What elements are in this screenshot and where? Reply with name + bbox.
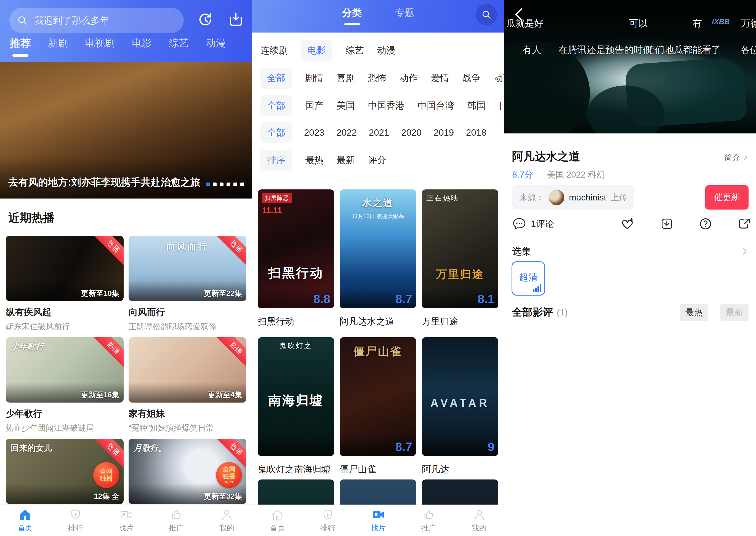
- tab-category[interactable]: 分类: [342, 6, 362, 25]
- danmaku-text: 有人: [522, 44, 541, 56]
- ranking-icon: [69, 508, 82, 521]
- tab-new-drama[interactable]: 新剧: [48, 36, 68, 50]
- card-subtitle: 靳东宋佳破风前行: [6, 321, 124, 332]
- tab-topics[interactable]: 专题: [395, 6, 415, 25]
- nav-find[interactable]: 找片: [101, 505, 151, 536]
- movie-title: 鬼吹灯之南海归墟: [258, 463, 334, 476]
- thumb-up-icon: [422, 508, 435, 521]
- filter-genre[interactable]: 剧情: [305, 72, 323, 84]
- nav-ranking[interactable]: 排行: [51, 505, 101, 536]
- rating-badge: 8.8: [313, 292, 330, 306]
- filter-anime[interactable]: 动漫: [377, 44, 395, 57]
- filter-region[interactable]: 国产: [305, 100, 323, 112]
- episode-quality-card[interactable]: 超清: [512, 261, 545, 296]
- request-update-button[interactable]: 催更新: [705, 185, 748, 210]
- sort-label[interactable]: 排序: [261, 150, 292, 171]
- filter-series[interactable]: 连续剧: [261, 44, 288, 57]
- sort-hottest[interactable]: 最热: [305, 154, 323, 167]
- movie-card[interactable]: 水之道 12月16日 震撼大银幕 8.7 阿凡达水之道: [340, 189, 416, 328]
- nav-home[interactable]: 首页: [252, 505, 303, 536]
- filter-year[interactable]: 2021: [369, 127, 389, 138]
- reviews-title: 全部影评: [512, 306, 553, 319]
- tab-variety[interactable]: 综艺: [169, 36, 189, 50]
- poster-art-text: 扫黑除恶: [262, 193, 292, 203]
- tab-recommend[interactable]: 推荐: [10, 36, 31, 57]
- filter-genre[interactable]: 恐怖: [368, 72, 386, 84]
- nav-home[interactable]: 首页: [0, 505, 51, 536]
- uploader-name: machinist: [569, 192, 606, 203]
- uploader-avatar: [549, 189, 564, 205]
- brief-link[interactable]: 简介: [724, 152, 748, 163]
- comments-button[interactable]: 1评论: [512, 217, 554, 231]
- help-icon[interactable]: [698, 217, 713, 231]
- filter-year[interactable]: 2018: [466, 127, 486, 138]
- filter-year[interactable]: 2023: [304, 127, 324, 138]
- movie-card[interactable]: AVATAR 9 阿凡达: [422, 337, 498, 476]
- filter-region[interactable]: 中国香港: [368, 100, 405, 112]
- video-player[interactable]: 瓜就是好 可以 有 万德 有人 在腾讯还是预告的时候 咱们地瓜都能看了 各位 i…: [504, 0, 756, 133]
- movie-card[interactable]: 扫黑除恶 11.11 扫黑行动 8.8 扫黑行动: [258, 189, 334, 328]
- hot-ribbon: 热播: [91, 337, 124, 370]
- tab-anime[interactable]: 动漫: [206, 36, 226, 50]
- filter-genre[interactable]: 动画: [494, 72, 504, 84]
- nav-mine[interactable]: 我的: [454, 505, 504, 536]
- filter-genre[interactable]: 战争: [462, 72, 481, 84]
- bottom-nav: 首页 排行 找片 推广 我的: [0, 505, 252, 536]
- show-card[interactable]: 热播 向风而行 更新至22集 向风而行 王凯谭松韵职场恋爱双修: [128, 236, 246, 332]
- movie-card[interactable]: 僵尸山雀 8.7 僵尸山雀: [340, 337, 416, 476]
- filter-genre-all[interactable]: 全部: [261, 68, 292, 89]
- movie-title: 阿凡达水之道: [340, 316, 416, 328]
- upload-suffix: 上传: [611, 192, 627, 203]
- search-input[interactable]: [34, 15, 177, 26]
- nav-find[interactable]: 找片: [353, 505, 404, 536]
- filter-region[interactable]: 日本: [499, 100, 504, 112]
- nav-promote[interactable]: 推广: [151, 505, 202, 536]
- filter-movie-selected[interactable]: 电影: [301, 40, 333, 61]
- history-icon[interactable]: [196, 11, 214, 29]
- comment-icon: [512, 217, 526, 231]
- tab-movie[interactable]: 电影: [132, 36, 152, 50]
- filter-region[interactable]: 美国: [337, 100, 355, 112]
- show-card[interactable]: 热播 更新至4集 家有姐妹 “冤种”姐妹演绎爆笑日常: [128, 337, 246, 434]
- download-icon[interactable]: [660, 217, 674, 231]
- filter-year-all[interactable]: 全部: [261, 122, 292, 143]
- filter-year[interactable]: 2019: [434, 127, 454, 138]
- source-pill[interactable]: 来源： machinist 上传: [512, 185, 634, 210]
- download-icon[interactable]: [227, 11, 245, 29]
- filter-year[interactable]: 2020: [401, 127, 421, 138]
- carousel-dot: [234, 183, 237, 186]
- poster-art-text: 12月16日 震撼大银幕: [340, 213, 416, 220]
- episodes-row[interactable]: 选集: [512, 245, 748, 258]
- sort-new-button[interactable]: 最新: [720, 304, 748, 321]
- filter-year[interactable]: 2022: [336, 127, 356, 138]
- nav-ranking[interactable]: 排行: [303, 505, 353, 536]
- filter-region[interactable]: 韩国: [467, 100, 486, 112]
- search-bar[interactable]: [9, 8, 184, 33]
- nav-promote[interactable]: 推广: [403, 505, 454, 536]
- filter-region-all[interactable]: 全部: [261, 95, 292, 117]
- movie-card[interactable]: 正在热映 万里归途 8.1 万里归途: [422, 189, 498, 328]
- filter-genre[interactable]: 爱情: [431, 72, 449, 84]
- movie-card[interactable]: 鬼吹灯之 南海归墟 鬼吹灯之南海归墟: [258, 337, 334, 476]
- show-card[interactable]: 热播 少年歌行 更新至16集 少年歌行 热血少年团闯江湖破谜局: [6, 337, 124, 434]
- sort-newest[interactable]: 最新: [337, 154, 355, 167]
- share-icon[interactable]: [737, 217, 752, 231]
- filter-region[interactable]: 中国台湾: [418, 100, 454, 112]
- hero-banner[interactable]: 去有风的地方:刘亦菲李现携手共赴治愈之旅: [0, 62, 252, 198]
- filter-genre[interactable]: 动作: [400, 72, 418, 84]
- filter-genre[interactable]: 喜剧: [337, 72, 355, 84]
- movie-title: 阿凡达: [422, 463, 498, 476]
- show-card[interactable]: 热播 月歌行。 全网独播iQIYI 更新至32集: [128, 439, 246, 504]
- home-icon: [271, 508, 284, 521]
- filter-variety[interactable]: 综艺: [346, 44, 364, 57]
- favorite-icon[interactable]: [620, 217, 634, 231]
- show-card[interactable]: 热播 更新至10集 纵有疾风起 靳东宋佳破风前行: [6, 236, 124, 332]
- rating-badge: 8.1: [478, 292, 494, 306]
- nav-mine[interactable]: 我的: [201, 505, 252, 536]
- back-icon[interactable]: [512, 7, 527, 22]
- tab-tv-series[interactable]: 电视剧: [85, 36, 115, 50]
- sort-hot-button[interactable]: 最热: [680, 304, 708, 321]
- show-card[interactable]: 热播 回来的女儿 全网独播 12集 全: [6, 439, 124, 504]
- search-button[interactable]: [476, 4, 497, 25]
- sort-rating[interactable]: 评分: [368, 154, 386, 167]
